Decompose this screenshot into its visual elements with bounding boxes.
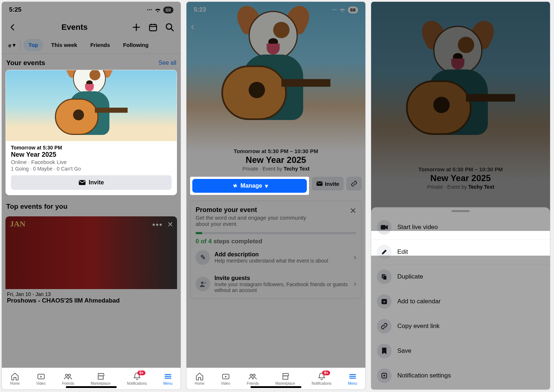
store-icon <box>96 372 105 381</box>
top-event-name: Proshows - CHAOS'25 IIM Ahmedabad <box>7 297 176 304</box>
wifi-icon <box>339 7 346 12</box>
tab-video[interactable]: Video <box>36 372 45 385</box>
chip-friends[interactable]: Friends <box>85 39 115 51</box>
tools-icon <box>231 183 238 189</box>
copy-icon <box>377 269 392 284</box>
svg-point-16 <box>384 375 385 377</box>
battery-indicator: 69 <box>348 7 358 13</box>
chevron-right-icon: › <box>354 253 356 262</box>
add-icon[interactable] <box>130 21 143 34</box>
tab-menu[interactable]: Menu <box>163 372 172 385</box>
tab-video[interactable]: Video <box>221 372 230 385</box>
svg-point-7 <box>201 281 204 284</box>
calendar-add-icon <box>377 294 392 309</box>
event-heading: Tomorrow at 5:30 PM – 10:30 PM New Year … <box>186 148 365 177</box>
step-add-description[interactable]: ✎ Add description Help members understan… <box>196 245 356 270</box>
invite-button[interactable]: Invite <box>312 177 344 191</box>
action-buttons: Manage ▾ Invite <box>186 177 365 195</box>
battery-indicator: 69 <box>163 7 173 13</box>
clock: 5:25 <box>9 6 21 13</box>
tab-menu[interactable]: Menu <box>348 372 357 385</box>
tab-notifications[interactable]: 9+Notifications <box>312 372 331 385</box>
top-event-image[interactable]: JAN ••• ✕ <box>5 216 177 289</box>
tab-marketplace[interactable]: Marketplace <box>91 372 110 385</box>
event-title: New Year 2025 <box>11 151 172 159</box>
tab-friends[interactable]: Friends <box>247 372 259 385</box>
chip-for-you[interactable]: e ▾ <box>3 39 20 51</box>
sheet-item-add-calendar[interactable]: Add to calendar <box>371 289 550 314</box>
sheet-item-start-live[interactable]: Start live video <box>371 215 550 240</box>
clock: 5:23 <box>194 6 206 13</box>
link-button[interactable] <box>346 177 362 191</box>
chip-top[interactable]: Top <box>23 39 43 51</box>
home-icon <box>195 372 204 381</box>
close-icon[interactable]: ✕ <box>350 206 356 227</box>
tab-friends[interactable]: Friends <box>62 372 74 385</box>
event-stats: 1 Going · 0 Maybe · 0 Can't Go <box>11 166 172 172</box>
dog-guitar-illustration <box>395 26 526 157</box>
wifi-icon <box>154 7 161 12</box>
top-event-date: Fri, Jan 10 - Jan 13 <box>7 291 176 297</box>
video-camera-icon <box>377 220 392 235</box>
home-icon <box>11 372 19 381</box>
home-indicator <box>250 386 301 388</box>
sheet-item-duplicate[interactable]: Duplicate <box>371 264 550 289</box>
sheet-item-edit[interactable]: Edit <box>371 240 550 264</box>
bookmark-icon <box>377 344 392 358</box>
event-where: Online · Facebook Live <box>11 159 172 165</box>
friends-icon <box>64 372 72 381</box>
manage-highlight: Manage ▾ <box>190 177 309 195</box>
sheet-item-save[interactable]: Save <box>371 339 550 363</box>
mail-icon <box>316 181 323 186</box>
promote-title: Promote your event <box>196 206 312 214</box>
your-events-title: Your events <box>6 59 45 67</box>
svg-rect-11 <box>381 225 385 229</box>
sheet-label: Duplicate <box>397 273 423 280</box>
invite-label: Invite <box>325 181 339 187</box>
chip-this-week[interactable]: This week <box>46 39 83 51</box>
tab-home[interactable]: Home <box>10 372 20 385</box>
calendar-icon[interactable] <box>146 21 160 34</box>
step-subtitle: Help members understand what the event i… <box>214 258 349 264</box>
top-events-header: Top events for you <box>2 195 181 213</box>
sheet-label: Add to calendar <box>397 298 441 305</box>
home-indicator <box>66 386 117 388</box>
person-add-icon <box>196 277 210 291</box>
sheet-item-copy-link[interactable]: Copy event link <box>371 314 550 339</box>
notification-badge: 9+ <box>137 371 145 375</box>
tab-notifications[interactable]: 9+ Notifications <box>127 372 146 385</box>
svg-point-10 <box>253 374 255 376</box>
chevron-down-icon: ▾ <box>13 42 16 48</box>
your-events-header: Your events See all <box>2 54 181 70</box>
dog-guitar-illustration <box>48 70 135 149</box>
link-icon <box>377 319 392 333</box>
event-card[interactable]: Tomorrow at 5:30 PM New Year 2025 Online… <box>5 70 177 195</box>
invite-button[interactable]: Invite <box>11 175 172 190</box>
chevron-right-icon: › <box>354 279 356 289</box>
manage-action-sheet: Start live video Edit Duplicate Add to c… <box>371 207 550 389</box>
step-title: Add description <box>214 251 349 258</box>
manage-button[interactable]: Manage ▾ <box>192 179 307 193</box>
screen-event-detail: 5:23 ··· 69 ‹ Tomorrow at 5:30 PM – 10:3… <box>186 1 366 390</box>
chip-following[interactable]: Following <box>118 39 154 51</box>
month-badge: JAN <box>10 219 25 229</box>
more-icon[interactable]: ••• <box>152 220 163 229</box>
sheet-item-notification-settings[interactable]: Notification settings <box>371 363 550 388</box>
sheet-handle[interactable] <box>451 210 470 212</box>
event-subtitle: Private · Event by Techy Text <box>186 166 365 172</box>
sheet-label: Edit <box>397 248 408 256</box>
see-all-link[interactable]: See all <box>158 60 176 66</box>
pencil-icon: ✎ <box>196 250 210 265</box>
step-invite-guests[interactable]: Invite guests Invite your Instagram foll… <box>196 270 356 293</box>
sheet-label: Copy event link <box>397 323 439 330</box>
friends-icon <box>248 372 257 381</box>
back-icon[interactable] <box>6 21 19 34</box>
search-icon[interactable] <box>163 21 176 34</box>
tab-marketplace[interactable]: Marketplace <box>275 372 295 385</box>
close-icon[interactable]: ✕ <box>167 220 173 229</box>
tab-home[interactable]: Home <box>195 372 205 385</box>
link-icon <box>351 180 357 187</box>
pencil-icon <box>377 245 392 259</box>
mail-icon <box>79 180 86 185</box>
promote-subtitle: Get the word out and engage your communi… <box>196 215 312 227</box>
